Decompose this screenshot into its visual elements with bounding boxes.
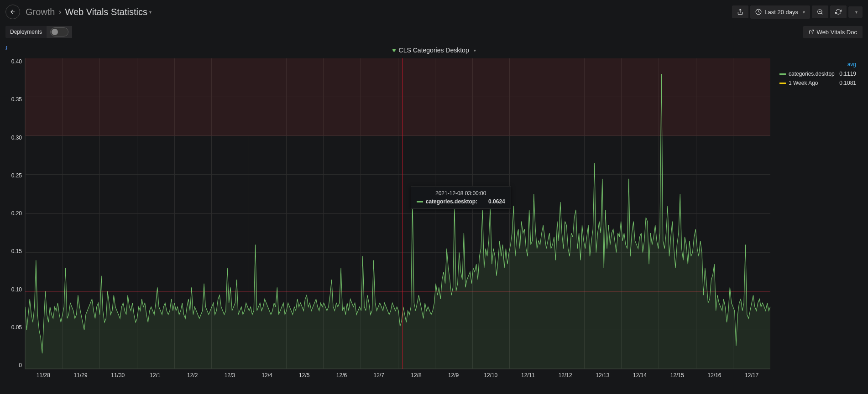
y-tick: 0.15	[6, 248, 22, 254]
legend-header[interactable]: avg	[779, 61, 856, 67]
x-tick: 11/29	[62, 372, 99, 381]
legend-swatch	[779, 73, 786, 75]
legend-label: 1 Week Ago	[789, 80, 818, 86]
y-tick: 0.35	[6, 96, 22, 103]
x-tick: 11/30	[99, 372, 136, 381]
breadcrumb-leaf[interactable]: Web Vitals Statistics	[65, 7, 147, 17]
web-vitals-doc-link[interactable]: Web Vitals Doc	[803, 26, 863, 38]
deployments-toggle[interactable]	[50, 27, 68, 36]
x-tick: 12/17	[733, 372, 770, 381]
legend-row[interactable]: categories.desktop0.1119	[779, 69, 856, 78]
refresh-button[interactable]	[830, 5, 847, 18]
x-tick: 12/1	[136, 372, 174, 381]
chevron-right-icon: ›	[58, 7, 61, 17]
heart-icon: ♥	[392, 47, 396, 54]
y-tick: 0.40	[6, 58, 22, 65]
x-tick: 12/9	[435, 372, 472, 381]
tooltip-swatch	[417, 201, 423, 202]
x-tick: 12/3	[211, 372, 249, 381]
search-minus-icon	[817, 9, 823, 15]
x-tick: 12/7	[360, 372, 397, 381]
x-tick: 12/4	[248, 372, 286, 381]
x-tick: 12/6	[323, 372, 361, 381]
tooltip-timestamp: 2021-12-08 03:00:00	[417, 190, 505, 197]
panel-title-text: CLS Categories Desktop	[399, 47, 469, 54]
chart: 0.400.350.300.250.200.150.100.050 2021-1…	[3, 57, 865, 385]
y-tick: 0.05	[6, 324, 22, 331]
y-tick: 0.20	[6, 210, 22, 217]
zoom-out-button[interactable]	[812, 5, 828, 18]
deployments-label: Deployments	[5, 26, 47, 38]
caret-down-icon[interactable]: ▾	[149, 10, 152, 15]
tooltip-series-label: categories.desktop:	[426, 198, 477, 205]
y-axis: 0.400.350.300.250.200.150.100.050	[6, 58, 25, 381]
legend-swatch	[779, 83, 786, 84]
x-tick: 12/2	[174, 372, 211, 381]
time-range-label: Last 20 days	[764, 9, 798, 16]
plot-area[interactable]: 2021-12-08 03:00:00categories.desktop:0.…	[25, 58, 770, 369]
panel-title[interactable]: ♥ CLS Categories Desktop ▾	[3, 44, 865, 57]
refresh-icon	[835, 9, 842, 15]
breadcrumb-root[interactable]: Growth	[26, 7, 55, 17]
time-range-button[interactable]: Last 20 days ▾	[750, 5, 810, 19]
legend: avg categories.desktop0.11191 Week Ago0.…	[770, 58, 862, 381]
tooltip-value: 0.0624	[488, 198, 505, 205]
y-tick: 0.25	[6, 172, 22, 179]
topbar: Growth › Web Vitals Statistics ▾ Last 20…	[0, 0, 868, 24]
legend-row[interactable]: 1 Week Ago0.1081	[779, 78, 856, 88]
caret-down-icon: ▾	[474, 48, 476, 53]
tooltip: 2021-12-08 03:00:00categories.desktop:0.…	[411, 186, 511, 209]
x-tick: 12/11	[509, 372, 547, 381]
x-tick: 12/8	[397, 372, 435, 381]
x-tick: 12/16	[696, 372, 733, 381]
x-tick: 12/12	[547, 372, 584, 381]
x-tick: 12/10	[472, 372, 509, 381]
cursor-line	[403, 58, 403, 369]
y-tick: 0	[6, 362, 22, 368]
panel: i ♥ CLS Categories Desktop ▾ 0.400.350.3…	[3, 44, 865, 390]
y-tick: 0.10	[6, 286, 22, 293]
caret-down-icon: ▾	[803, 10, 805, 15]
x-tick: 11/28	[25, 372, 62, 381]
caret-down-icon: ▾	[855, 10, 858, 15]
doc-link-label: Web Vitals Doc	[817, 29, 857, 36]
share-button[interactable]	[732, 5, 748, 18]
x-tick: 12/14	[621, 372, 659, 381]
legend-label: categories.desktop	[789, 71, 835, 77]
external-link-icon	[809, 29, 814, 35]
legend-value: 0.1119	[839, 71, 856, 77]
info-icon[interactable]: i	[5, 45, 7, 52]
refresh-interval-button[interactable]: ▾	[848, 6, 863, 18]
share-icon	[737, 9, 743, 15]
back-button[interactable]	[5, 5, 20, 19]
subbar: Deployments Web Vitals Doc	[0, 24, 868, 44]
y-tick: 0.30	[6, 135, 22, 141]
x-tick: 12/15	[659, 372, 696, 381]
x-axis: 11/2811/2911/3012/112/212/312/412/512/61…	[25, 369, 770, 381]
x-tick: 12/13	[584, 372, 622, 381]
x-tick: 12/5	[286, 372, 323, 381]
legend-value: 0.1081	[839, 80, 856, 86]
series-line	[25, 58, 770, 369]
clock-icon	[755, 9, 762, 15]
arrow-left-icon	[10, 9, 16, 15]
